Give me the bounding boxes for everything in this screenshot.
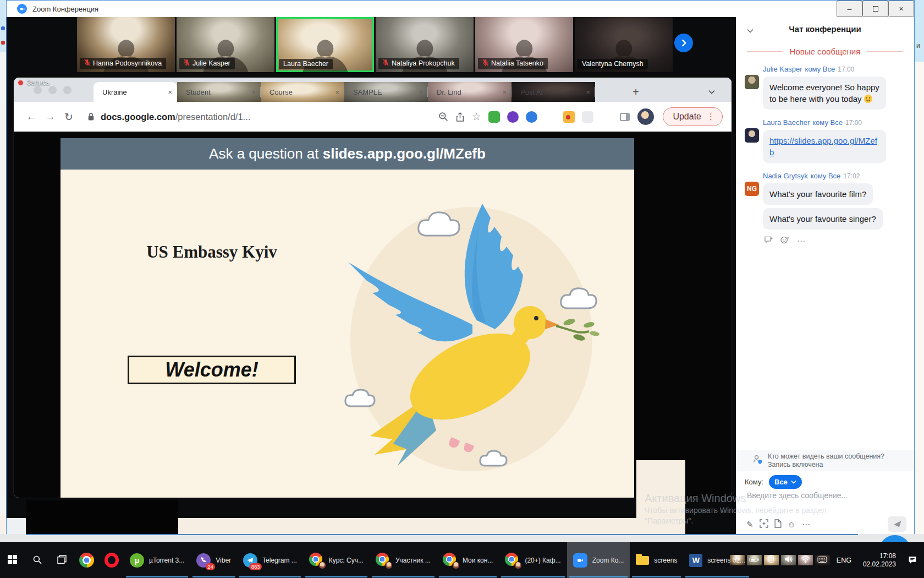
extension-icon[interactable] [544, 111, 556, 123]
extension-icon[interactable] [488, 111, 500, 123]
shared-desktop-fragment [26, 500, 178, 534]
emoji-picker-icon[interactable]: ☺ [788, 520, 796, 529]
participant-video-tile[interactable]: Nataliya Prokopchuk [376, 17, 474, 72]
chat-message-input[interactable] [746, 490, 878, 500]
taskbar-button[interactable]: screens 02... [683, 542, 751, 578]
tray-icon[interactable] [798, 555, 813, 565]
browser-tab[interactable]: SAMPLE × [344, 82, 428, 102]
browser-tab[interactable]: Dr. Lind × [428, 82, 512, 102]
tab-close-icon[interactable]: × [585, 88, 590, 96]
taskbar-button[interactable]: Участник ... [370, 542, 437, 578]
annotate-pen-icon[interactable]: ✎ [746, 520, 754, 530]
taskbar-button[interactable]: (20+) Каф... [499, 542, 566, 578]
minimize-button[interactable]: – [837, 1, 862, 17]
slide-org-line: US Embassy Kyiv [82, 241, 341, 264]
tab-close-icon[interactable]: × [334, 88, 339, 96]
taskbar-button-label: Курс: Суч... [329, 557, 364, 564]
message-recipient: кому Все [811, 172, 841, 180]
message-recipient: кому Все [812, 118, 843, 127]
taskbar-app-icon [57, 555, 67, 566]
new-messages-divider: Новые сообщения [747, 47, 903, 56]
participant-video-tile[interactable]: Julie Kasper [177, 17, 274, 72]
reply-icon[interactable] [764, 236, 773, 246]
taskbar-button[interactable]: screens [630, 542, 683, 578]
message-more-icon[interactable]: ⋯ [797, 236, 805, 246]
participant-video-tile[interactable]: Valentyna Chernysh [575, 17, 673, 72]
taskbar-button[interactable]: Мои кон... [437, 542, 499, 578]
browser-tab[interactable]: Course × [261, 82, 344, 102]
extension-icon[interactable] [601, 111, 612, 123]
taskbar-button[interactable] [0, 542, 25, 578]
taskbar-button-label: (20+) Каф... [525, 557, 560, 564]
slide-banner: Ask a question at slides.app.goo.gl/MZef… [61, 138, 634, 170]
participant-video-tile[interactable]: Nataliia Tatsenko [475, 17, 573, 72]
taskbar-button[interactable]: 24 Viber [190, 542, 237, 578]
traffic-light-close[interactable] [34, 86, 42, 94]
taskbar-clock[interactable]: 17:08 02.02.2023 [863, 552, 896, 569]
forward-button[interactable]: → [41, 108, 59, 126]
tab-close-icon[interactable]: × [501, 88, 507, 96]
slide-title: US Embassy Kyiv [82, 240, 341, 264]
taskbar-button[interactable] [74, 542, 99, 578]
taskbar-button[interactable]: Zoom Ко... [567, 542, 630, 578]
tab-title: Post At [520, 88, 581, 96]
bookmark-star-icon[interactable]: ☆ [472, 111, 481, 123]
language-indicator[interactable]: ENG [837, 557, 851, 564]
update-button[interactable]: Update ⋮ [663, 107, 723, 126]
browser-toolbar: ← → ↻ docs.google.com/presentation/d/1..… [14, 102, 732, 132]
zoom-out-icon[interactable] [438, 112, 448, 122]
tray-icon[interactable] [781, 555, 796, 565]
compose-more-icon[interactable]: ⋯ [802, 520, 810, 530]
add-reaction-icon[interactable] [780, 236, 790, 246]
action-center-button[interactable] [903, 555, 922, 565]
share-icon[interactable] [456, 112, 464, 122]
tab-close-icon[interactable]: × [417, 88, 423, 96]
update-menu-dots-icon[interactable]: ⋮ [707, 112, 715, 122]
recording-label: Запись [27, 79, 50, 86]
filmstrip-next-page-button[interactable] [674, 34, 693, 52]
browser-tab[interactable]: Ukraine × [94, 82, 177, 102]
send-message-button[interactable] [888, 516, 906, 532]
taskbar-button[interactable] [99, 542, 124, 578]
chat-message-bubble: What's your favourite singer? [763, 208, 883, 230]
new-tab-button[interactable]: + [628, 84, 644, 100]
taskbar-button[interactable]: Курс: Суч... [303, 542, 370, 578]
tray-icon[interactable] [815, 555, 830, 565]
close-button[interactable]: × [888, 1, 914, 17]
address-bar[interactable]: docs.google.com/presentation/d/1... [101, 112, 250, 122]
screenshot-icon[interactable] [760, 519, 768, 530]
taskbar-button[interactable]: µ µTorrent 3... [124, 542, 190, 578]
extension-icon[interactable] [526, 111, 537, 123]
extension-icon[interactable] [582, 111, 593, 123]
reload-button[interactable]: ↻ [60, 108, 78, 126]
send-to-dropdown[interactable]: Все [769, 475, 802, 489]
tab-list-chevron-icon[interactable] [708, 86, 715, 96]
tray-icon[interactable] [764, 555, 779, 565]
chat-message-link[interactable]: https://slides.app.goo.gl/MZefb [763, 130, 886, 163]
desktop-gap-strip [0, 534, 924, 542]
tab-close-icon[interactable]: × [167, 88, 172, 96]
chat-message: NGNadia Grytsykкому Все17:02What's your … [745, 172, 908, 246]
browser-profile-avatar[interactable] [637, 108, 654, 125]
clock-time: 17:08 [879, 552, 896, 560]
browser-tab[interactable]: Student × [177, 82, 261, 102]
extension-icon[interactable] [563, 111, 575, 123]
chat-message-bubble: Welcome everyone! So happy to be here wi… [763, 77, 886, 110]
extension-icon[interactable] [507, 111, 519, 123]
meeting-stage: Hanna Podosynnikova Julie Kasper Laura B… [7, 17, 736, 534]
tab-close-icon[interactable]: × [250, 88, 256, 96]
taskbar-button[interactable] [25, 542, 50, 578]
shared-browser-window: Ukraine × Student × Course × [14, 78, 732, 498]
participant-video-tile[interactable]: Laura Baecher [276, 17, 374, 72]
attach-file-icon[interactable] [774, 519, 782, 530]
participant-video-tile[interactable]: Hanna Podosynnikova [77, 17, 175, 72]
browser-tab[interactable]: Post At × [512, 82, 595, 102]
traffic-light-zoom[interactable] [63, 86, 72, 94]
taskbar-button[interactable]: 883 Telegram ... [237, 542, 303, 578]
chat-collapse-chevron-icon[interactable] [747, 25, 754, 35]
back-button[interactable]: ← [23, 108, 40, 126]
side-panel-icon[interactable] [620, 113, 630, 121]
traffic-light-minimize[interactable] [48, 86, 57, 94]
taskbar-button[interactable] [50, 542, 74, 578]
maximize-button[interactable] [862, 1, 888, 17]
